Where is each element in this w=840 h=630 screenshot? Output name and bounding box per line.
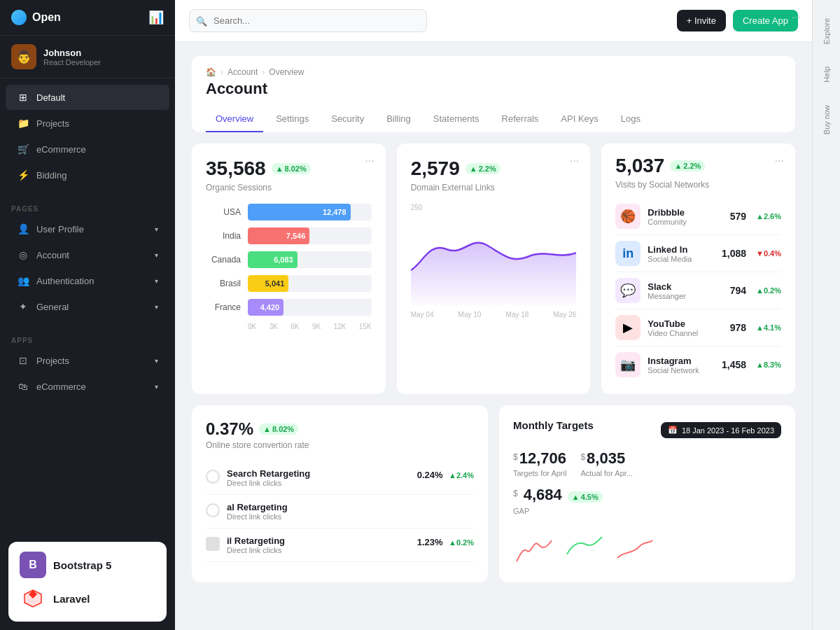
bar-india: India 7,546: [206, 227, 372, 244]
stat-value: 5,037 ▲ 2.2%: [615, 155, 781, 177]
sidebar-item-ecommerce[interactable]: 🛒 eCommerce: [6, 136, 169, 162]
promo-card: B Bootstrap 5 Laravel: [8, 542, 167, 622]
more-icon[interactable]: ···: [365, 155, 374, 167]
retarget-email: il Retargeting Direct link clicks 1.23% …: [206, 528, 474, 562]
tab-logs[interactable]: Logs: [611, 106, 650, 132]
stats-row: 35,568 ▲ 8.02% Organic Sessions ··· USA …: [192, 144, 795, 394]
tab-settings[interactable]: Settings: [266, 106, 318, 132]
dribbble-icon: 🏀: [615, 204, 640, 229]
page-title: Account: [206, 80, 781, 98]
folder-icon: 📁: [17, 117, 29, 130]
stat-organic-sessions: 35,568 ▲ 8.02% Organic Sessions ··· USA …: [192, 144, 386, 394]
line-chart-svg: 250 212.5 175 137.5 100: [411, 214, 577, 305]
pages-nav: PAGES 👤 User Profile ▾ ◎ Account ▾ 👥 Aut…: [0, 194, 175, 326]
more-icon[interactable]: ···: [775, 155, 784, 167]
main-nav: ⊞ Default 📁 Projects 🛒 eCommerce ⚡ Biddi…: [0, 78, 175, 194]
account-icon: ◎: [17, 248, 29, 261]
stat-badge: ▲ 2.2%: [465, 163, 500, 174]
search-icon: 🔍: [196, 15, 207, 26]
sidebar-logo: Open 📊: [0, 0, 175, 36]
sidebar-item-ecommerce-app[interactable]: 🛍 eCommerce ▾: [6, 374, 169, 399]
app-name: Open: [32, 11, 61, 24]
sidebar-item-projects-app[interactable]: ⊡ Projects ▾: [6, 348, 169, 373]
gap-value: 4,684: [524, 486, 562, 504]
stat-value: 2,579 ▲ 2.2%: [411, 158, 577, 180]
breadcrumb-overview: Overview: [269, 67, 304, 77]
main-content-area: 🔍 + Invite Create App 🏠 › Account › Over…: [175, 0, 812, 630]
target-value: $ 12,706 Targets for April: [513, 449, 566, 477]
circle-icon: [206, 470, 220, 484]
more-icon[interactable]: ···: [570, 155, 579, 167]
stat-label: Domain External Links: [411, 183, 577, 192]
target-charts: [513, 526, 781, 568]
projects-app-icon: ⊡: [17, 354, 29, 367]
create-app-button[interactable]: Create App: [733, 10, 798, 31]
tabs: Overview Settings Security Billing State…: [206, 106, 781, 132]
right-tab-buynow[interactable]: Buy now: [822, 101, 831, 139]
sidebar-item-bidding[interactable]: ⚡ Bidding: [6, 162, 169, 188]
line-chart: 250 250: [411, 204, 577, 318]
right-tab-explore[interactable]: Explore: [822, 14, 831, 48]
bar-axis: 0K3K6K9K12K15K: [206, 323, 372, 330]
home-icon: 🏠: [206, 67, 216, 77]
sidebar-item-label: General: [36, 302, 69, 312]
calendar-icon: 📅: [668, 426, 678, 435]
right-tab-help[interactable]: Help: [822, 62, 831, 87]
slack-icon: 💬: [615, 278, 640, 303]
sidebar-item-label: Projects: [36, 356, 69, 366]
user-role: React Developer: [43, 58, 101, 66]
sidebar-item-general[interactable]: ✦ General ▾: [6, 294, 169, 319]
stat-badge: ▲ 2.2%: [670, 160, 705, 172]
apps-nav: APPS ⊡ Projects ▾ 🛍 eCommerce ▾: [0, 326, 175, 405]
tab-referrals[interactable]: Referrals: [492, 106, 549, 132]
conversion-label: Online store convertion rate: [206, 440, 474, 450]
sidebar-item-authentication[interactable]: 👥 Authentication ▾: [6, 268, 169, 293]
sidebar-item-projects[interactable]: 📁 Projects: [6, 111, 169, 136]
tab-overview[interactable]: Overview: [206, 106, 263, 132]
topbar: 🔍 + Invite Create App: [175, 0, 812, 42]
bar-chart: USA 12,478 India 7,546 Canad: [206, 204, 372, 330]
social-dribbble: 🏀 Dribbble Community 579 ▲2.6%: [615, 198, 781, 235]
tab-security[interactable]: Security: [321, 106, 374, 132]
email-icon: [206, 537, 220, 551]
stat-label: Organic Sessions: [206, 183, 372, 192]
user-icon: 👤: [17, 223, 29, 235]
chevron-down-icon: ▾: [155, 277, 158, 285]
bootstrap-label: Bootstrap 5: [53, 559, 111, 571]
sidebar-item-label: eCommerce: [36, 382, 86, 392]
sidebar-item-user-profile[interactable]: 👤 User Profile ▾: [6, 216, 169, 241]
dollar-sign: $: [513, 489, 518, 498]
invite-button[interactable]: + Invite: [677, 10, 726, 31]
actual-value: $ 8,035 Actual for Apr...: [580, 449, 633, 477]
sidebar-item-label: Default: [36, 92, 65, 103]
chart-icon[interactable]: 📊: [148, 10, 164, 25]
bottom-row: 0.37% ▲ 8.02% Online store convertion ra…: [192, 405, 795, 582]
tab-api-keys[interactable]: API Keys: [551, 106, 608, 132]
page-content: 🏠 › Account › Overview Account Overview …: [175, 42, 812, 630]
sidebar-item-default[interactable]: ⊞ Default: [6, 85, 169, 110]
target-chart-2: [564, 526, 606, 568]
chevron-down-icon: ▾: [155, 225, 158, 233]
retarget-search: Search Retargeting Direct link clicks 0.…: [206, 461, 474, 495]
gap-label: GAP: [513, 507, 781, 515]
sidebar-item-account[interactable]: ◎ Account ▾: [6, 242, 169, 267]
stat-domain-links: 2,579 ▲ 2.2% Domain External Links ··· 2…: [397, 144, 591, 394]
instagram-icon: 📷: [615, 352, 640, 377]
topbar-right: + Invite Create App: [677, 10, 798, 31]
sidebar: Open 📊 👨 Johnson React Developer ⊞ Defau…: [0, 0, 175, 630]
search-input[interactable]: [189, 9, 427, 32]
social-linkedin: in Linked In Social Media 1,088 ▼0.4%: [615, 235, 781, 272]
targets-title: Monthly Targets: [513, 419, 594, 431]
tab-billing[interactable]: Billing: [377, 106, 421, 132]
user-profile-section: 👨 Johnson React Developer: [0, 36, 175, 78]
breadcrumb: 🏠 › Account › Overview: [206, 67, 781, 77]
conversion-card: 0.37% ▲ 8.02% Online store convertion ra…: [192, 405, 488, 582]
cart-icon: 🛒: [17, 143, 29, 155]
breadcrumb-account[interactable]: Account: [227, 67, 258, 77]
stat-label: Visits by Social Networks: [615, 180, 781, 190]
social-youtube: ▶ YouTube Video Channel 978 ▲4.1%: [615, 309, 781, 346]
lightning-icon: ⚡: [17, 169, 29, 181]
tab-statements[interactable]: Statements: [424, 106, 489, 132]
stat-social: 5,037 ▲ 2.2% Visits by Social Networks ·…: [601, 144, 795, 394]
chevron-down-icon: ▾: [155, 383, 158, 391]
